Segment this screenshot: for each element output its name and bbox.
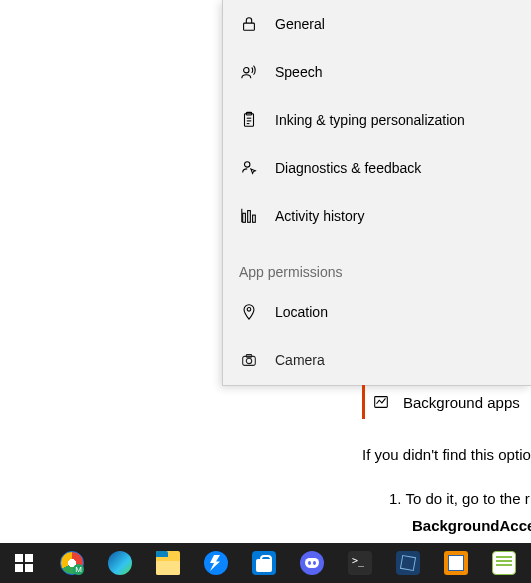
step-content: To do it, go to the r [405, 490, 529, 507]
article-step: 1. To do it, go to the r [389, 490, 531, 507]
sidebar-item-label: Location [275, 304, 328, 320]
svg-point-14 [246, 358, 251, 363]
taskbar: M [0, 543, 531, 583]
folder-icon [156, 551, 180, 575]
terminal-icon [348, 551, 372, 575]
start-button[interactable] [0, 543, 48, 583]
discord-icon [300, 551, 324, 575]
sidebar-item-activity[interactable]: Activity history [223, 192, 531, 240]
sidebar-item-inking[interactable]: Inking & typing personalization [223, 96, 531, 144]
svg-rect-18 [25, 554, 33, 562]
edge-icon [108, 551, 132, 575]
sidebar-item-label: Speech [275, 64, 322, 80]
feedback-icon [239, 158, 259, 178]
camera-icon [239, 350, 259, 370]
taskbar-thunderbird[interactable] [192, 543, 240, 583]
taskbar-store[interactable] [240, 543, 288, 583]
speech-icon [239, 62, 259, 82]
windows-icon [12, 551, 36, 575]
highlighted-background-apps[interactable]: Background apps [362, 385, 531, 419]
article-bold-text: BackgroundAcces [412, 517, 531, 534]
sidebar-item-camera[interactable]: Camera [223, 336, 531, 384]
lock-icon [239, 14, 259, 34]
sidebar-item-speech[interactable]: Speech [223, 48, 531, 96]
background-apps-icon [371, 392, 391, 412]
vmware-icon [444, 551, 468, 575]
highlighted-label: Background apps [403, 394, 520, 411]
sidebar-item-label: Inking & typing personalization [275, 112, 465, 128]
clipboard-icon [239, 110, 259, 130]
virtualbox-icon [396, 551, 420, 575]
svg-point-12 [247, 308, 251, 312]
svg-rect-17 [15, 554, 23, 562]
thunderbird-icon [204, 551, 228, 575]
sidebar-item-label: General [275, 16, 325, 32]
taskbar-chrome[interactable]: M [48, 543, 96, 583]
sidebar-item-location[interactable]: Location [223, 288, 531, 336]
notepad-icon [492, 551, 516, 575]
section-header-permissions: App permissions [223, 240, 531, 288]
sidebar-item-label: Activity history [275, 208, 364, 224]
taskbar-notepad[interactable] [480, 543, 528, 583]
svg-point-1 [244, 68, 249, 73]
sidebar-item-label: Diagnostics & feedback [275, 160, 421, 176]
svg-rect-9 [248, 211, 251, 223]
taskbar-file-explorer[interactable] [144, 543, 192, 583]
svg-point-7 [245, 162, 250, 167]
sidebar-item-general[interactable]: General [223, 0, 531, 48]
taskbar-discord[interactable] [288, 543, 336, 583]
taskbar-terminal[interactable] [336, 543, 384, 583]
taskbar-edge[interactable] [96, 543, 144, 583]
settings-sidebar: General Speech Inking & typing personali… [222, 0, 531, 386]
article-text-line: If you didn't find this optio [362, 446, 531, 463]
svg-rect-20 [25, 564, 33, 572]
sidebar-item-diagnostics[interactable]: Diagnostics & feedback [223, 144, 531, 192]
svg-rect-10 [253, 215, 256, 222]
step-number: 1. [389, 490, 402, 507]
taskbar-virtualbox[interactable] [384, 543, 432, 583]
location-icon [239, 302, 259, 322]
chrome-icon: M [60, 551, 84, 575]
history-icon [239, 206, 259, 226]
svg-rect-19 [15, 564, 23, 572]
store-icon [252, 551, 276, 575]
sidebar-item-label: Camera [275, 352, 325, 368]
taskbar-vmware[interactable] [432, 543, 480, 583]
svg-rect-0 [244, 23, 255, 30]
svg-rect-8 [243, 213, 246, 222]
